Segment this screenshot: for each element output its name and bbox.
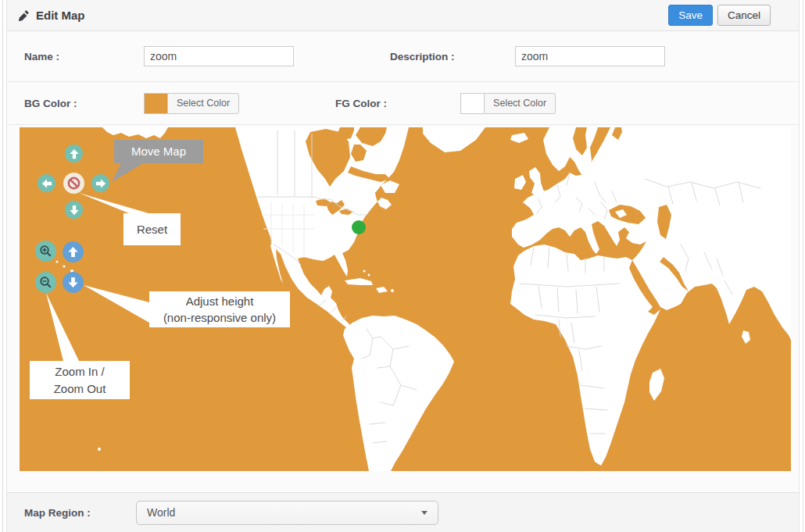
- cancel-button[interactable]: Cancel: [717, 5, 771, 26]
- callout-zoom-line1: Zoom In /: [55, 365, 104, 378]
- world-map: [20, 127, 791, 471]
- reset-no-entry-icon: [66, 176, 81, 191]
- panel-header-left: Edit Map: [18, 9, 85, 22]
- bg-color-widget: Select Color: [144, 93, 239, 114]
- callout-adjust-height: Adjust height (non-responsive only): [149, 291, 290, 327]
- map-canvas[interactable]: Move Map Reset Adjust height (non-respon…: [20, 127, 791, 471]
- map-region-panel: Map Region : World: [6, 492, 800, 532]
- arrow-down-icon: [69, 205, 80, 216]
- name-field-group: Name :: [24, 46, 294, 66]
- name-description-row: Name : Description :: [7, 31, 799, 82]
- fg-color-swatch[interactable]: [460, 93, 484, 114]
- move-right-button[interactable]: [91, 174, 109, 192]
- map-region-value: World: [147, 506, 175, 519]
- fg-color-group: FG Color : Select Color: [335, 93, 556, 114]
- callout-adjust-line1: Adjust height: [186, 295, 254, 308]
- bg-color-label: BG Color :: [24, 98, 144, 109]
- arrow-up-icon: [67, 246, 79, 258]
- height-decrease-button[interactable]: [63, 272, 84, 293]
- edit-map-panel: Edit Map Save Cancel Name : Description …: [6, 0, 800, 492]
- page-title: Edit Map: [36, 9, 85, 22]
- edit-map-page: Edit Map Save Cancel Name : Description …: [0, 0, 805, 532]
- move-left-button[interactable]: [38, 174, 55, 192]
- callout-move-map: Move Map: [114, 140, 203, 163]
- bg-color-group: BG Color : Select Color: [24, 93, 239, 114]
- callout-adjust-line2: (non-responsive only): [163, 311, 276, 324]
- zoom-in-button[interactable]: [35, 241, 56, 262]
- fg-color-label: FG Color :: [335, 98, 460, 109]
- fg-select-color-button[interactable]: Select Color: [484, 93, 556, 114]
- move-reset-button[interactable]: [63, 173, 84, 194]
- magnifier-minus-icon: [39, 276, 52, 289]
- zoom-out-button[interactable]: [35, 272, 56, 293]
- map-section: Move Map Reset Adjust height (non-respon…: [7, 125, 799, 492]
- fg-color-widget: Select Color: [460, 93, 556, 114]
- description-input[interactable]: [515, 46, 665, 66]
- chevron-down-icon: [421, 511, 428, 515]
- move-up-button[interactable]: [65, 145, 83, 162]
- bg-color-swatch[interactable]: [144, 93, 167, 114]
- name-label: Name :: [24, 51, 144, 62]
- header-actions: Save Cancel: [668, 5, 771, 26]
- description-field-group: Description :: [390, 46, 665, 66]
- pencil-icon: [18, 9, 30, 21]
- color-row: BG Color : Select Color FG Color : Selec…: [7, 82, 799, 125]
- arrow-right-icon: [95, 178, 106, 189]
- bg-select-color-button[interactable]: Select Color: [167, 93, 239, 114]
- panel-header: Edit Map Save Cancel: [7, 0, 799, 31]
- arrow-left-icon: [41, 178, 52, 189]
- height-increase-button[interactable]: [63, 241, 84, 262]
- description-label: Description :: [390, 51, 515, 62]
- arrow-down-icon: [67, 277, 79, 288]
- save-button[interactable]: Save: [668, 5, 713, 26]
- move-down-button[interactable]: [65, 201, 83, 219]
- arrow-up-icon: [69, 148, 80, 159]
- map-node-marker[interactable]: [352, 220, 366, 234]
- callout-zoom: Zoom In / Zoom Out: [30, 361, 130, 399]
- map-region-label: Map Region :: [24, 507, 136, 519]
- map-region-select[interactable]: World: [136, 501, 438, 525]
- callout-reset: Reset: [123, 213, 181, 245]
- name-input[interactable]: [144, 46, 294, 66]
- callout-zoom-line2: Zoom Out: [54, 382, 106, 395]
- magnifier-plus-icon: [39, 245, 52, 258]
